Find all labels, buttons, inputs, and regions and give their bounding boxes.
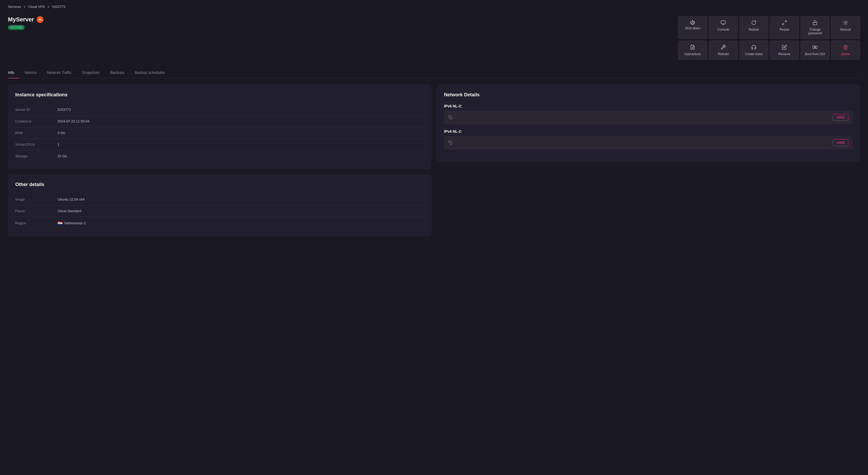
breadcrumb-sep-2: > bbox=[48, 5, 51, 9]
create-ticket-label: Create ticket bbox=[745, 52, 763, 56]
ipv4-rdns-button[interactable]: rDNS bbox=[833, 139, 848, 146]
svg-point-1 bbox=[39, 19, 41, 20]
rebuild-icon bbox=[720, 44, 726, 51]
other-value-flavor: Cloud Standard bbox=[58, 209, 81, 213]
ipv4-section: IPv4 NL-2: rDNS bbox=[444, 129, 853, 149]
other-details-title: Other details bbox=[15, 182, 424, 187]
delete-button[interactable]: Delete bbox=[831, 41, 860, 60]
shut-down-icon: ⏻ bbox=[690, 20, 695, 25]
spec-label-vcpus: Virtual CPUs bbox=[15, 143, 58, 146]
tab-info[interactable]: Info bbox=[8, 68, 19, 78]
spec-label-server-id: Server ID: bbox=[15, 108, 58, 112]
region-name: Netherlands-2 bbox=[64, 221, 86, 225]
spec-table: Server ID: 5203773 Created at 2024-07-23… bbox=[15, 104, 424, 162]
svg-point-2 bbox=[40, 18, 41, 19]
spec-row-created-at: Created at 2024-07-23 11:55:04 bbox=[15, 116, 424, 127]
content-grid: Instance specifications Server ID: 52037… bbox=[8, 85, 860, 237]
action-row-2: Instructions Rebuild bbox=[678, 41, 860, 60]
create-ticket-button[interactable]: Create ticket bbox=[739, 41, 768, 60]
console-label: Console bbox=[717, 28, 729, 31]
tab-backups[interactable]: Backups bbox=[105, 68, 130, 78]
rename-button[interactable]: Rename bbox=[770, 41, 799, 60]
other-label-image: Image bbox=[15, 198, 58, 201]
ipv6-copy-icon[interactable] bbox=[448, 115, 453, 120]
svg-rect-6 bbox=[813, 23, 817, 25]
other-row-image: Image Ubuntu 22.04 x64 bbox=[15, 194, 424, 205]
tab-metrics[interactable]: Metrics bbox=[19, 68, 42, 78]
resize-label: Resize bbox=[780, 28, 789, 31]
os-icon bbox=[37, 16, 43, 23]
right-column: Network Details IPv6 NL-2: rDNS bbox=[437, 85, 860, 237]
breadcrumb-cloud-vps[interactable]: Cloud VPS bbox=[28, 5, 45, 9]
instructions-button[interactable]: Instructions bbox=[678, 41, 707, 60]
netherlands-flag: 🇳🇱 bbox=[58, 220, 63, 226]
instructions-label: Instructions bbox=[684, 52, 701, 56]
rename-icon bbox=[782, 44, 787, 51]
svg-point-3 bbox=[41, 20, 42, 21]
rescue-icon bbox=[843, 20, 848, 26]
spec-value-vcpus: 1 bbox=[58, 143, 59, 146]
console-button[interactable]: Console bbox=[709, 16, 738, 39]
status-badge: ACTIVE bbox=[8, 25, 25, 30]
spec-label-created-at: Created at bbox=[15, 119, 58, 123]
instructions-icon bbox=[690, 44, 695, 51]
ipv4-ip-row: rDNS bbox=[444, 136, 853, 149]
rebuild-label: Rebuild bbox=[718, 52, 729, 56]
create-ticket-icon bbox=[751, 44, 756, 51]
tab-network-traffic[interactable]: Network Traffic bbox=[42, 68, 77, 78]
delete-icon bbox=[843, 44, 848, 51]
spec-label-ram: RAM bbox=[15, 131, 58, 135]
svg-point-4 bbox=[38, 20, 39, 21]
reboot-label: Reboot bbox=[749, 28, 759, 31]
rescue-button[interactable]: Rescue bbox=[831, 16, 860, 39]
server-name-row: MyServer bbox=[8, 16, 43, 23]
tab-backup-schedules[interactable]: Backup schedules bbox=[129, 68, 170, 78]
server-name: MyServer bbox=[8, 16, 34, 23]
server-identity: MyServer ACTIVE bbox=[8, 16, 43, 30]
ipv6-ip-row: rDNS bbox=[444, 111, 853, 124]
tab-navigation: Info Metrics Network Traffic Snapshots B… bbox=[8, 68, 860, 78]
svg-rect-14 bbox=[450, 117, 452, 119]
spec-row-vcpus: Virtual CPUs 1 bbox=[15, 139, 424, 150]
action-row-1: ⏻ Shut down Console bbox=[678, 16, 860, 39]
reboot-button[interactable]: Reboot bbox=[739, 16, 768, 39]
boot-from-iso-icon bbox=[812, 44, 817, 51]
console-icon bbox=[720, 20, 726, 26]
breadcrumb-services[interactable]: Services bbox=[8, 5, 21, 9]
change-password-label: Change password bbox=[803, 28, 827, 35]
instance-specs-card: Instance specifications Server ID: 52037… bbox=[8, 85, 432, 169]
svg-point-7 bbox=[845, 22, 846, 24]
breadcrumb-server-id: 5203773 bbox=[52, 5, 65, 9]
ipv6-label: IPv6 NL-2: bbox=[444, 104, 853, 108]
resize-button[interactable]: Resize bbox=[770, 16, 799, 39]
spec-label-storage: Storage bbox=[15, 154, 58, 158]
ipv6-section: IPv6 NL-2: rDNS bbox=[444, 104, 853, 124]
change-password-icon bbox=[812, 20, 817, 26]
other-label-region: Region bbox=[15, 221, 58, 225]
left-column: Instance specifications Server ID: 52037… bbox=[8, 85, 432, 237]
spec-row-ram: RAM 3 Gb bbox=[15, 127, 424, 139]
boot-from-iso-button[interactable]: Boot from ISO bbox=[801, 41, 830, 60]
server-header: MyServer ACTIVE ⏻ Shut bbox=[8, 16, 860, 60]
spec-value-server-id: 5203773 bbox=[58, 108, 71, 112]
main-content: MyServer ACTIVE ⏻ Shut bbox=[0, 13, 868, 245]
ipv6-rdns-button[interactable]: rDNS bbox=[833, 114, 848, 121]
resize-icon bbox=[782, 20, 787, 26]
spec-value-created-at: 2024-07-23 11:55:04 bbox=[58, 119, 89, 123]
other-details-card: Other details Image Ubuntu 22.04 x64 Fla… bbox=[8, 174, 432, 237]
spec-value-ram: 3 Gb bbox=[58, 131, 65, 135]
ipv4-copy-icon[interactable] bbox=[448, 140, 453, 145]
change-password-button[interactable]: Change password bbox=[801, 16, 830, 39]
network-details-title: Network Details bbox=[444, 92, 853, 98]
other-details-table: Image Ubuntu 22.04 x64 Flavor Cloud Stan… bbox=[15, 194, 424, 229]
other-value-region: 🇳🇱 Netherlands-2 bbox=[58, 220, 86, 226]
action-buttons: ⏻ Shut down Console bbox=[678, 16, 860, 60]
boot-from-iso-label: Boot from ISO bbox=[805, 52, 825, 56]
svg-point-13 bbox=[815, 47, 815, 48]
rebuild-button[interactable]: Rebuild bbox=[709, 41, 738, 60]
reboot-icon bbox=[751, 20, 756, 26]
breadcrumb-sep-1: > bbox=[24, 5, 26, 9]
tab-snapshots[interactable]: Snapshots bbox=[77, 68, 105, 78]
other-row-flavor: Flavor Cloud Standard bbox=[15, 205, 424, 217]
shut-down-button[interactable]: ⏻ Shut down bbox=[678, 16, 707, 39]
